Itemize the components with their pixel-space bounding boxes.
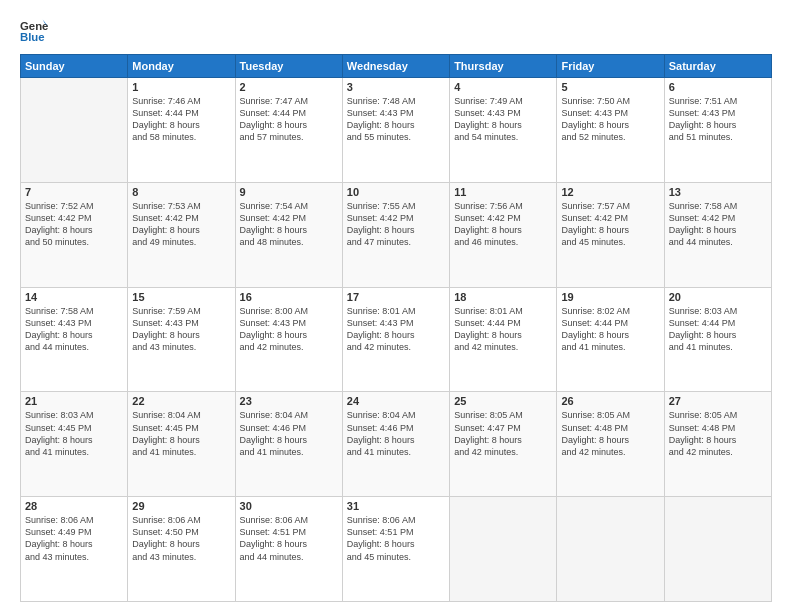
day-info: Sunrise: 8:02 AM Sunset: 4:44 PM Dayligh… [561, 305, 659, 354]
day-number: 21 [25, 395, 123, 407]
calendar-cell: 2Sunrise: 7:47 AM Sunset: 4:44 PM Daylig… [235, 78, 342, 183]
day-info: Sunrise: 7:59 AM Sunset: 4:43 PM Dayligh… [132, 305, 230, 354]
calendar-cell: 8Sunrise: 7:53 AM Sunset: 4:42 PM Daylig… [128, 182, 235, 287]
calendar-cell: 14Sunrise: 7:58 AM Sunset: 4:43 PM Dayli… [21, 287, 128, 392]
day-info: Sunrise: 8:04 AM Sunset: 4:46 PM Dayligh… [240, 409, 338, 458]
day-number: 5 [561, 81, 659, 93]
calendar-body: 1Sunrise: 7:46 AM Sunset: 4:44 PM Daylig… [21, 78, 772, 602]
day-info: Sunrise: 7:49 AM Sunset: 4:43 PM Dayligh… [454, 95, 552, 144]
calendar-cell: 1Sunrise: 7:46 AM Sunset: 4:44 PM Daylig… [128, 78, 235, 183]
day-number: 30 [240, 500, 338, 512]
day-number: 10 [347, 186, 445, 198]
day-number: 3 [347, 81, 445, 93]
calendar-cell: 18Sunrise: 8:01 AM Sunset: 4:44 PM Dayli… [450, 287, 557, 392]
calendar-cell: 9Sunrise: 7:54 AM Sunset: 4:42 PM Daylig… [235, 182, 342, 287]
calendar-cell: 28Sunrise: 8:06 AM Sunset: 4:49 PM Dayli… [21, 497, 128, 602]
weekday-header-wednesday: Wednesday [342, 55, 449, 78]
day-number: 25 [454, 395, 552, 407]
day-number: 31 [347, 500, 445, 512]
weekday-header-saturday: Saturday [664, 55, 771, 78]
logo-icon: General Blue [20, 16, 48, 44]
day-number: 1 [132, 81, 230, 93]
calendar-cell: 24Sunrise: 8:04 AM Sunset: 4:46 PM Dayli… [342, 392, 449, 497]
calendar-cell: 10Sunrise: 7:55 AM Sunset: 4:42 PM Dayli… [342, 182, 449, 287]
day-number: 13 [669, 186, 767, 198]
day-number: 19 [561, 291, 659, 303]
day-number: 4 [454, 81, 552, 93]
calendar-cell [664, 497, 771, 602]
calendar-cell: 4Sunrise: 7:49 AM Sunset: 4:43 PM Daylig… [450, 78, 557, 183]
calendar-cell: 19Sunrise: 8:02 AM Sunset: 4:44 PM Dayli… [557, 287, 664, 392]
day-info: Sunrise: 7:50 AM Sunset: 4:43 PM Dayligh… [561, 95, 659, 144]
calendar-cell: 5Sunrise: 7:50 AM Sunset: 4:43 PM Daylig… [557, 78, 664, 183]
day-number: 23 [240, 395, 338, 407]
day-info: Sunrise: 7:58 AM Sunset: 4:42 PM Dayligh… [669, 200, 767, 249]
logo: General Blue [20, 16, 52, 44]
calendar-cell: 22Sunrise: 8:04 AM Sunset: 4:45 PM Dayli… [128, 392, 235, 497]
calendar-week-row: 7Sunrise: 7:52 AM Sunset: 4:42 PM Daylig… [21, 182, 772, 287]
day-number: 6 [669, 81, 767, 93]
day-info: Sunrise: 8:05 AM Sunset: 4:48 PM Dayligh… [561, 409, 659, 458]
calendar-cell: 16Sunrise: 8:00 AM Sunset: 4:43 PM Dayli… [235, 287, 342, 392]
calendar-week-row: 14Sunrise: 7:58 AM Sunset: 4:43 PM Dayli… [21, 287, 772, 392]
day-number: 17 [347, 291, 445, 303]
day-info: Sunrise: 7:48 AM Sunset: 4:43 PM Dayligh… [347, 95, 445, 144]
day-info: Sunrise: 7:57 AM Sunset: 4:42 PM Dayligh… [561, 200, 659, 249]
calendar-cell: 26Sunrise: 8:05 AM Sunset: 4:48 PM Dayli… [557, 392, 664, 497]
calendar-cell: 11Sunrise: 7:56 AM Sunset: 4:42 PM Dayli… [450, 182, 557, 287]
day-info: Sunrise: 8:00 AM Sunset: 4:43 PM Dayligh… [240, 305, 338, 354]
page-header: General Blue [20, 16, 772, 44]
calendar-cell: 13Sunrise: 7:58 AM Sunset: 4:42 PM Dayli… [664, 182, 771, 287]
day-info: Sunrise: 7:53 AM Sunset: 4:42 PM Dayligh… [132, 200, 230, 249]
weekday-header-tuesday: Tuesday [235, 55, 342, 78]
calendar-table: SundayMondayTuesdayWednesdayThursdayFrid… [20, 54, 772, 602]
calendar-cell: 3Sunrise: 7:48 AM Sunset: 4:43 PM Daylig… [342, 78, 449, 183]
day-info: Sunrise: 7:46 AM Sunset: 4:44 PM Dayligh… [132, 95, 230, 144]
weekday-row: SundayMondayTuesdayWednesdayThursdayFrid… [21, 55, 772, 78]
weekday-header-thursday: Thursday [450, 55, 557, 78]
calendar-cell: 23Sunrise: 8:04 AM Sunset: 4:46 PM Dayli… [235, 392, 342, 497]
day-info: Sunrise: 8:06 AM Sunset: 4:51 PM Dayligh… [347, 514, 445, 563]
day-number: 28 [25, 500, 123, 512]
day-number: 7 [25, 186, 123, 198]
day-number: 26 [561, 395, 659, 407]
day-info: Sunrise: 8:05 AM Sunset: 4:47 PM Dayligh… [454, 409, 552, 458]
day-info: Sunrise: 8:04 AM Sunset: 4:45 PM Dayligh… [132, 409, 230, 458]
day-info: Sunrise: 8:03 AM Sunset: 4:44 PM Dayligh… [669, 305, 767, 354]
weekday-header-friday: Friday [557, 55, 664, 78]
day-info: Sunrise: 8:01 AM Sunset: 4:44 PM Dayligh… [454, 305, 552, 354]
calendar-week-row: 28Sunrise: 8:06 AM Sunset: 4:49 PM Dayli… [21, 497, 772, 602]
day-info: Sunrise: 8:06 AM Sunset: 4:49 PM Dayligh… [25, 514, 123, 563]
day-info: Sunrise: 7:52 AM Sunset: 4:42 PM Dayligh… [25, 200, 123, 249]
day-number: 12 [561, 186, 659, 198]
day-number: 16 [240, 291, 338, 303]
calendar-cell: 25Sunrise: 8:05 AM Sunset: 4:47 PM Dayli… [450, 392, 557, 497]
day-number: 14 [25, 291, 123, 303]
day-info: Sunrise: 8:03 AM Sunset: 4:45 PM Dayligh… [25, 409, 123, 458]
day-info: Sunrise: 7:47 AM Sunset: 4:44 PM Dayligh… [240, 95, 338, 144]
calendar-cell: 15Sunrise: 7:59 AM Sunset: 4:43 PM Dayli… [128, 287, 235, 392]
day-number: 11 [454, 186, 552, 198]
day-number: 27 [669, 395, 767, 407]
weekday-header-monday: Monday [128, 55, 235, 78]
day-info: Sunrise: 7:56 AM Sunset: 4:42 PM Dayligh… [454, 200, 552, 249]
calendar-cell: 7Sunrise: 7:52 AM Sunset: 4:42 PM Daylig… [21, 182, 128, 287]
day-info: Sunrise: 7:54 AM Sunset: 4:42 PM Dayligh… [240, 200, 338, 249]
day-number: 9 [240, 186, 338, 198]
day-number: 22 [132, 395, 230, 407]
calendar-cell [21, 78, 128, 183]
day-number: 24 [347, 395, 445, 407]
day-number: 18 [454, 291, 552, 303]
calendar-cell: 6Sunrise: 7:51 AM Sunset: 4:43 PM Daylig… [664, 78, 771, 183]
calendar-cell: 12Sunrise: 7:57 AM Sunset: 4:42 PM Dayli… [557, 182, 664, 287]
calendar-cell: 21Sunrise: 8:03 AM Sunset: 4:45 PM Dayli… [21, 392, 128, 497]
calendar-cell: 27Sunrise: 8:05 AM Sunset: 4:48 PM Dayli… [664, 392, 771, 497]
day-info: Sunrise: 8:04 AM Sunset: 4:46 PM Dayligh… [347, 409, 445, 458]
calendar-cell: 17Sunrise: 8:01 AM Sunset: 4:43 PM Dayli… [342, 287, 449, 392]
calendar-cell: 30Sunrise: 8:06 AM Sunset: 4:51 PM Dayli… [235, 497, 342, 602]
day-number: 2 [240, 81, 338, 93]
day-info: Sunrise: 8:05 AM Sunset: 4:48 PM Dayligh… [669, 409, 767, 458]
calendar-cell: 29Sunrise: 8:06 AM Sunset: 4:50 PM Dayli… [128, 497, 235, 602]
calendar-cell [557, 497, 664, 602]
weekday-header-sunday: Sunday [21, 55, 128, 78]
